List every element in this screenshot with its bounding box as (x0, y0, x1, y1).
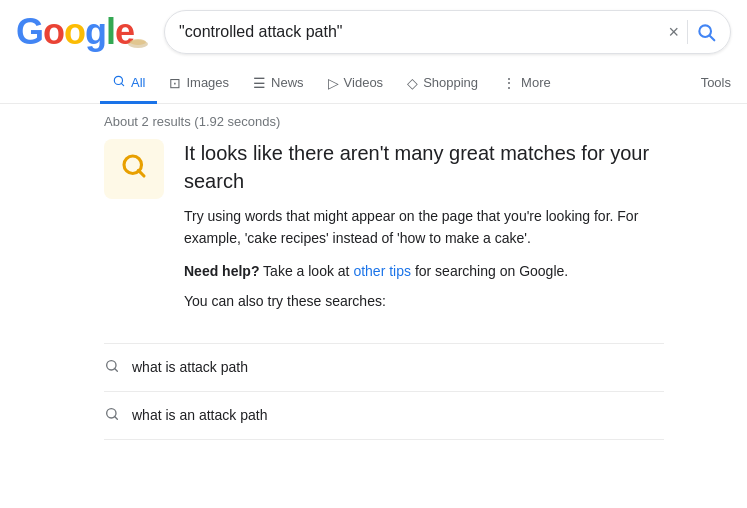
related-item-1-text: what is attack path (132, 359, 248, 375)
logo-decoration (128, 34, 148, 48)
tab-shopping-label: Shopping (423, 75, 478, 90)
tab-news[interactable]: ☰ News (241, 65, 316, 104)
search-bar[interactable]: × (164, 10, 731, 54)
tab-images[interactable]: ⊡ Images (157, 65, 241, 104)
logo-g: G (16, 11, 43, 52)
search-divider (687, 20, 688, 44)
no-results-suggestion: Try using words that might appear on the… (184, 205, 664, 250)
results-info: About 2 results (1.92 seconds) (0, 104, 747, 139)
other-tips-link[interactable]: other tips (353, 263, 411, 279)
no-results-icon-box (104, 139, 164, 199)
news-icon: ☰ (253, 75, 266, 91)
more-icon: ⋮ (502, 75, 516, 91)
images-icon: ⊡ (169, 75, 181, 91)
help-line: Need help? Take a look at other tips for… (184, 260, 664, 282)
no-results-heading: It looks like there aren't many great ma… (184, 139, 664, 195)
related-searches: what is attack path what is an attack pa… (104, 343, 664, 440)
tab-tools[interactable]: Tools (689, 65, 747, 103)
tools-label: Tools (701, 75, 731, 90)
svg-line-5 (121, 83, 124, 86)
also-try-text: You can also try these searches: (184, 290, 664, 312)
svg-line-3 (710, 36, 715, 41)
logo-l: l (106, 11, 115, 52)
search-submit-icon[interactable] (696, 22, 716, 42)
related-item-1[interactable]: what is attack path (104, 344, 664, 392)
svg-line-7 (138, 170, 144, 176)
tab-images-label: Images (186, 75, 229, 90)
tab-shopping[interactable]: ◇ Shopping (395, 65, 490, 104)
related-item-2[interactable]: what is an attack path (104, 392, 664, 440)
svg-point-1 (130, 39, 146, 45)
shopping-icon: ◇ (407, 75, 418, 91)
tab-more-label: More (521, 75, 551, 90)
tab-videos[interactable]: ▷ Videos (316, 65, 396, 104)
no-results-text-block: It looks like there aren't many great ma… (184, 139, 664, 323)
svg-line-11 (114, 416, 117, 419)
tab-more[interactable]: ⋮ More (490, 65, 563, 104)
related-item-2-text: what is an attack path (132, 407, 267, 423)
main-content: It looks like there aren't many great ma… (0, 139, 680, 440)
google-logo[interactable]: Google (16, 14, 148, 50)
tab-all[interactable]: All (100, 64, 157, 104)
all-icon (112, 74, 126, 91)
header: Google × (0, 0, 747, 54)
logo-o2: o (64, 11, 85, 52)
related-search-icon-1 (104, 358, 120, 377)
help-text: Take a look at (263, 263, 353, 279)
tab-news-label: News (271, 75, 304, 90)
search-input[interactable] (179, 23, 660, 41)
tab-all-label: All (131, 75, 145, 90)
clear-icon[interactable]: × (668, 22, 679, 43)
nav-tabs: All ⊡ Images ☰ News ▷ Videos ◇ Shopping … (0, 58, 747, 104)
no-results-card: It looks like there aren't many great ma… (104, 139, 664, 323)
need-help-label: Need help? (184, 263, 259, 279)
logo-g2: g (85, 11, 106, 52)
logo-o1: o (43, 11, 64, 52)
svg-line-9 (114, 368, 117, 371)
no-results-search-icon (119, 151, 149, 188)
related-search-icon-2 (104, 406, 120, 425)
tab-videos-label: Videos (344, 75, 384, 90)
help-suffix: for searching on Google. (415, 263, 568, 279)
videos-icon: ▷ (328, 75, 339, 91)
